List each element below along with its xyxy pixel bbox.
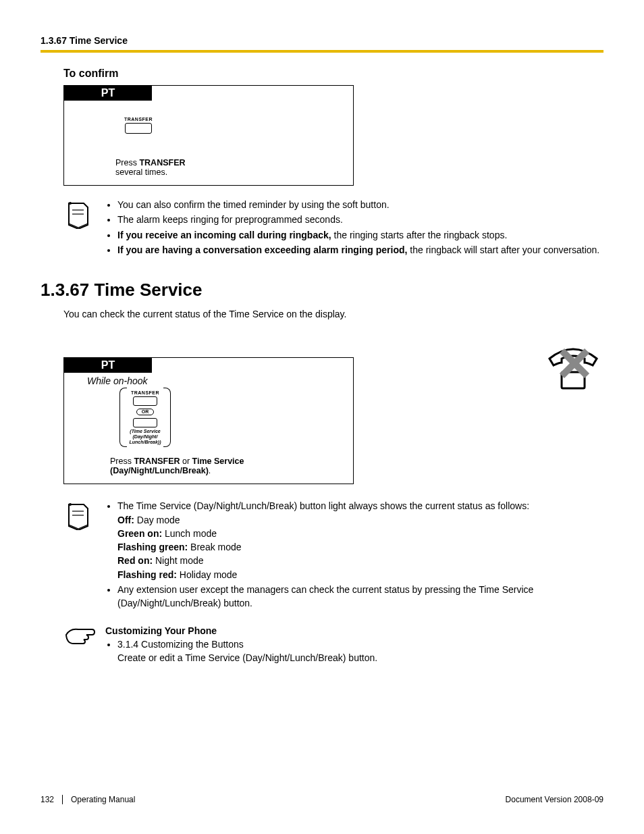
note-icon [63,500,92,530]
time-service-tiny-label: (Time Service (Day/Night/ Lunch/Break)) [129,429,161,444]
pt-tab: PT [64,358,152,373]
intro-text: You can check the current status of the … [63,309,603,319]
header-rule [41,50,603,53]
note1-bullet: If you receive an incoming call during r… [117,228,603,242]
document-version: Document Version 2008-09 [506,795,603,804]
running-head: 1.3.67 Time Service [41,35,603,46]
diagram-to-confirm: PT TRANSFER Press TRANSFER several times… [63,85,354,186]
or-pill: OR [136,409,154,415]
customizing-title: Customizing Your Phone [105,624,603,637]
subhead-to-confirm: To confirm [63,68,603,80]
notes-block-2: The Time Service (Day/Night/Lunch/Break)… [63,499,603,611]
note2-bullet: Any extension user except the managers c… [117,583,603,610]
diagram-caption-confirm: Press TRANSFER several times. [64,158,353,177]
time-service-key-icon [133,418,157,427]
transfer-key-label: TRANSFER [129,390,161,395]
note2-bullet: The Time Service (Day/Night/Lunch/Break)… [117,499,603,581]
page-number: 132 [41,795,63,804]
phone-cross-icon [543,341,603,398]
notes-block-1: You can also confirm the timed reminder … [63,198,603,258]
note1-bullet: The alarm keeps ringing for preprogramme… [117,213,603,226]
manual-title: Operating Manual [71,795,135,804]
page-footer: 132 Operating Manual Document Version 20… [41,795,603,804]
diagram-time-service: PT While on-hook TRANSFER OR (Time Servi… [63,357,354,484]
transfer-key-label: TRANSFER [105,117,172,122]
note1-bullet: If you are having a conversation exceedi… [117,243,603,257]
customizing-block: Customizing Your Phone 3.1.4 Customizing… [63,624,603,667]
diagram-caption-timeservice: Press TRANSFER or Time Service (Day/Nigh… [64,447,353,475]
pt-tab: PT [64,86,152,101]
pointing-hand-icon [63,625,96,646]
transfer-key-icon [133,396,157,406]
customizing-bullet: 3.1.4 Customizing the Buttons Create or … [117,637,603,665]
svg-point-2 [69,202,72,205]
note-icon [63,199,92,229]
key-choice-group: TRANSFER OR (Time Service (Day/Night/ Lu… [119,388,170,447]
transfer-key-icon [125,123,152,134]
section-heading: 1.3.67 Time Service [41,280,603,301]
svg-point-8 [69,503,72,506]
note1-bullet: You can also confirm the timed reminder … [117,198,603,211]
while-on-hook-label: While on-hook [64,373,353,386]
